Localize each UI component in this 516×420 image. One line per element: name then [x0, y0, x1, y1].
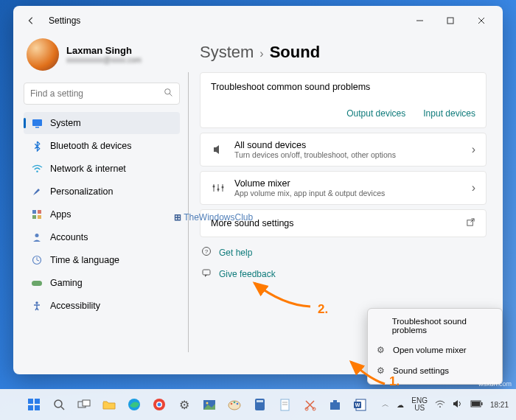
svg-rect-47 [257, 400, 263, 402]
speaker-tray-icon[interactable] [453, 399, 463, 410]
minimize-button[interactable] [404, 10, 435, 31]
search-input-container[interactable] [24, 83, 180, 105]
svg-point-14 [35, 301, 38, 304]
speaker-icon [211, 144, 226, 155]
nav-personalization[interactable]: Personalization [24, 181, 180, 203]
settings-taskbar-button[interactable]: ⚙ [174, 394, 195, 415]
nav-time-language[interactable]: Time & language [24, 249, 180, 271]
accessibility-icon [31, 300, 43, 312]
search-input[interactable] [30, 88, 164, 99]
word-button[interactable]: W [349, 394, 370, 415]
svg-line-33 [61, 407, 64, 410]
language-indicator[interactable]: ENGUS [411, 397, 428, 412]
start-button[interactable] [24, 394, 44, 415]
apps-icon [31, 209, 43, 220]
svg-rect-31 [35, 405, 40, 410]
onedrive-tray-icon[interactable]: ☁ [397, 401, 404, 409]
svg-point-19 [217, 189, 220, 191]
svg-point-6 [36, 171, 38, 172]
svg-rect-10 [38, 215, 41, 219]
back-button[interactable] [19, 9, 43, 32]
explorer-button[interactable] [99, 394, 119, 415]
output-devices-link[interactable]: Output devices [346, 108, 405, 119]
snipping-button[interactable] [299, 394, 320, 415]
speaker-context-menu: Troubleshoot sound problems ⚙Open volume… [367, 308, 503, 385]
give-feedback-row[interactable]: Give feedback [200, 263, 487, 284]
svg-line-3 [170, 94, 172, 96]
nav-apps[interactable]: Apps [24, 203, 180, 225]
svg-rect-59 [481, 402, 483, 405]
bluetooth-icon [31, 140, 43, 152]
breadcrumb-current: Sound [270, 43, 320, 62]
titlebar: Settings [13, 6, 503, 35]
avatar [27, 38, 59, 71]
svg-rect-15 [214, 147, 216, 152]
wifi-icon [31, 163, 43, 175]
nav-gaming[interactable]: Gaming [24, 272, 180, 294]
globe-clock-icon [31, 254, 43, 266]
get-help-row[interactable]: ? Get help [200, 242, 487, 263]
svg-point-11 [35, 234, 39, 237]
ctx-troubleshoot[interactable]: Troubleshoot sound problems [371, 312, 499, 340]
svg-point-21 [222, 186, 224, 189]
svg-rect-9 [32, 215, 36, 219]
gamepad-icon [31, 277, 43, 289]
nav-list: System Bluetooth & devices Network & int… [24, 112, 180, 317]
troubleshoot-title: Troubleshoot common sound problems [211, 82, 475, 92]
more-sound-settings-card[interactable]: More sound settings [200, 209, 487, 237]
chevron-right-icon: › [472, 143, 475, 156]
annotation-label-2: 2. [318, 302, 328, 317]
scrollbar[interactable] [188, 72, 189, 352]
svg-point-2 [165, 89, 170, 94]
svg-point-45 [237, 403, 239, 405]
chevron-right-icon: › [472, 181, 475, 195]
nav-accessibility[interactable]: Accessibility [24, 295, 180, 317]
user-email: xxxxxxxxxx@xxxx.com [66, 56, 142, 64]
monitor-icon [31, 117, 43, 129]
svg-rect-30 [28, 405, 33, 410]
svg-rect-8 [38, 210, 41, 214]
input-devices-link[interactable]: Input devices [423, 108, 475, 119]
svg-point-32 [55, 400, 62, 407]
svg-rect-13 [32, 281, 42, 286]
volume-mixer-card[interactable]: Volume mixer App volume mix, app input &… [200, 171, 487, 205]
user-account[interactable]: Laxman Singh xxxxxxxxxx@xxxx.com [24, 35, 180, 78]
battery-tray-icon[interactable] [470, 400, 483, 409]
notepad-button[interactable] [274, 394, 295, 415]
svg-text:W: W [355, 402, 360, 407]
svg-point-43 [231, 403, 233, 405]
feedback-icon [201, 267, 212, 280]
user-name: Laxman Singh [66, 45, 142, 56]
help-icon: ? [201, 246, 212, 259]
calculator-button[interactable] [249, 394, 270, 415]
close-button[interactable] [466, 10, 497, 31]
svg-rect-1 [447, 18, 453, 24]
edge-button[interactable] [124, 394, 144, 415]
search-taskbar-button[interactable] [49, 394, 69, 415]
open-external-icon [466, 217, 475, 230]
paint-button[interactable] [224, 394, 245, 415]
chevron-right-icon: › [259, 47, 263, 60]
svg-point-44 [234, 402, 236, 404]
maximize-button[interactable] [435, 10, 466, 31]
nav-network[interactable]: Network & internet [24, 158, 180, 180]
ctx-open-mixer[interactable]: ⚙Open volume mixer [371, 340, 499, 360]
store-button[interactable] [324, 394, 345, 415]
nav-bluetooth[interactable]: Bluetooth & devices [24, 135, 180, 157]
nav-accounts[interactable]: Accounts [24, 226, 180, 248]
nav-system[interactable]: System [24, 112, 180, 134]
app-title: Settings [49, 15, 80, 26]
wifi-tray-icon[interactable] [435, 400, 445, 410]
svg-point-41 [206, 402, 209, 404]
svg-rect-35 [83, 400, 90, 406]
svg-rect-58 [472, 402, 480, 406]
task-view-button[interactable] [74, 394, 94, 415]
photos-button[interactable] [199, 394, 220, 415]
all-sound-devices-card[interactable]: All sound devices Turn devices on/off, t… [200, 133, 487, 167]
breadcrumb-parent[interactable]: System [200, 43, 254, 62]
taskbar-clock[interactable]: 18:21 [490, 401, 509, 409]
tray-chevron-icon[interactable]: ︿ [382, 399, 389, 410]
chrome-button[interactable] [149, 394, 170, 415]
svg-point-39 [158, 403, 161, 407]
person-icon [31, 231, 43, 243]
